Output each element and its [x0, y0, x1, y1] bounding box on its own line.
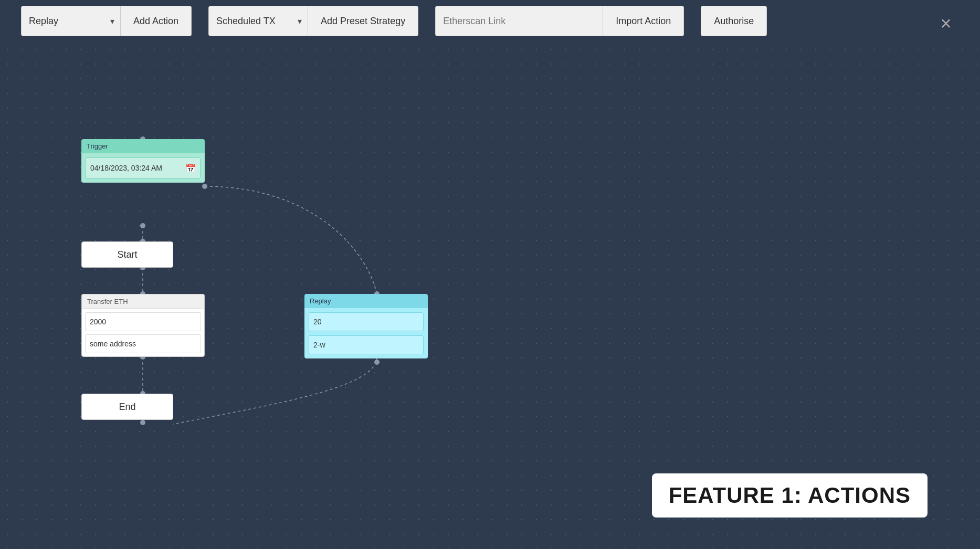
start-label: Start — [81, 241, 173, 268]
close-button[interactable]: × — [933, 10, 959, 37]
canvas: Trigger 04/18/2023, 03:24 AM 📅 Start Tra… — [0, 42, 980, 549]
scheduled-tx-dropdown[interactable]: Scheduled TX — [208, 6, 308, 36]
end-text: End — [119, 402, 135, 413]
close-icon: × — [940, 14, 951, 33]
end-node: End — [81, 394, 173, 420]
replay-dropdown[interactable]: Replay — [21, 6, 121, 36]
replay-count-input[interactable] — [309, 312, 424, 331]
preset-strategy-group: Scheduled TX Add Preset Strategy — [208, 6, 418, 36]
replay-node: Replay — [304, 294, 428, 358]
etherscan-input[interactable] — [435, 6, 603, 36]
feature-badge: FEATURE 1: ACTIONS — [652, 473, 928, 518]
scheduled-tx-dropdown-wrapper: Scheduled TX — [208, 6, 308, 36]
authorise-button[interactable]: Authorise — [701, 6, 767, 36]
transfer-amount-input[interactable] — [85, 312, 201, 331]
svg-point-5 — [202, 184, 207, 189]
replay-interval-input[interactable] — [309, 335, 424, 354]
start-text: Start — [117, 249, 137, 260]
replay-dropdown-wrapper: Replay — [21, 6, 121, 36]
transfer-address-input[interactable] — [85, 334, 201, 353]
start-node: Start — [81, 241, 173, 268]
import-action-button[interactable]: Import Action — [603, 6, 684, 36]
add-action-button[interactable]: Add Action — [121, 6, 192, 36]
trigger-node: Trigger 04/18/2023, 03:24 AM 📅 — [81, 139, 205, 183]
import-group: Import Action — [435, 6, 684, 36]
trigger-node-body: 04/18/2023, 03:24 AM 📅 — [81, 153, 205, 183]
trigger-datetime-value: 04/18/2023, 03:24 AM — [90, 164, 162, 172]
transfer-body — [81, 309, 205, 357]
svg-point-4 — [140, 223, 145, 228]
calendar-icon: 📅 — [185, 163, 196, 173]
replay-node-body — [304, 308, 428, 358]
trigger-node-header: Trigger — [81, 139, 205, 153]
trigger-datetime-input[interactable]: 04/18/2023, 03:24 AM 📅 — [86, 157, 201, 178]
svg-point-13 — [374, 360, 380, 365]
toolbar: Replay Add Action Scheduled TX Add Prese… — [0, 0, 980, 42]
transfer-eth-node: Transfer ETH — [81, 294, 205, 357]
end-label: End — [81, 394, 173, 420]
replay-group: Replay Add Action — [21, 6, 192, 36]
replay-node-header: Replay — [304, 294, 428, 308]
add-preset-strategy-button[interactable]: Add Preset Strategy — [308, 6, 418, 36]
transfer-header: Transfer ETH — [81, 294, 205, 309]
svg-point-11 — [140, 420, 145, 425]
feature-badge-text: FEATURE 1: ACTIONS — [669, 483, 911, 508]
